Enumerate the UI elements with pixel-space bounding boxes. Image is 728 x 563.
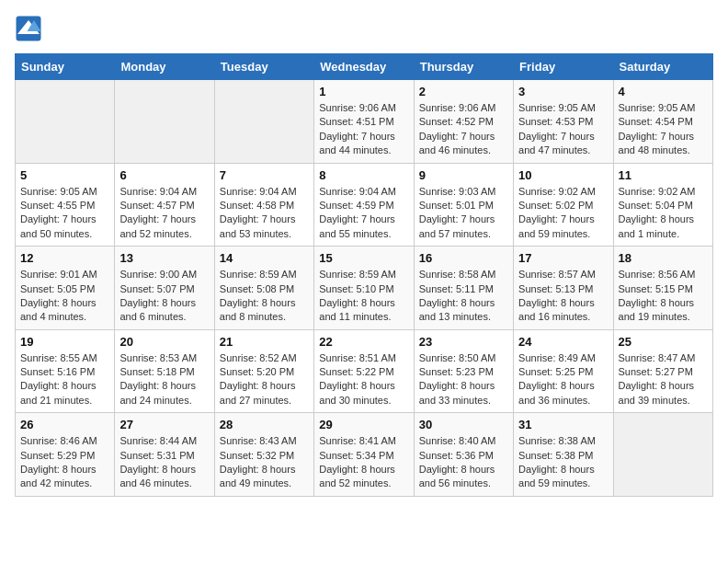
day-info: Sunrise: 8:44 AM Sunset: 5:31 PM Dayligh…: [119, 434, 209, 491]
day-info: Sunrise: 9:04 AM Sunset: 4:58 PM Dayligh…: [220, 185, 309, 242]
day-number: 30: [419, 418, 508, 431]
day-info: Sunrise: 8:40 AM Sunset: 5:36 PM Dayligh…: [419, 434, 508, 491]
calendar-cell: 19Sunrise: 8:55 AM Sunset: 5:16 PM Dayli…: [16, 329, 115, 413]
day-number: 23: [419, 335, 508, 349]
day-info: Sunrise: 9:00 AM Sunset: 5:07 PM Dayligh…: [119, 268, 209, 325]
calendar-header-row: SundayMondayTuesdayWednesdayThursdayFrid…: [16, 54, 713, 80]
day-number: 14: [220, 251, 309, 265]
calendar-cell: 31Sunrise: 8:38 AM Sunset: 5:38 PM Dayli…: [514, 413, 613, 497]
calendar-cell: 17Sunrise: 8:57 AM Sunset: 5:13 PM Dayli…: [514, 247, 613, 330]
day-info: Sunrise: 9:05 AM Sunset: 4:53 PM Dayligh…: [518, 101, 608, 158]
calendar-cell: 25Sunrise: 8:47 AM Sunset: 5:27 PM Dayli…: [613, 329, 712, 413]
day-number: 24: [518, 335, 608, 349]
calendar-cell: 21Sunrise: 8:52 AM Sunset: 5:20 PM Dayli…: [214, 329, 313, 413]
calendar-cell: 23Sunrise: 8:50 AM Sunset: 5:23 PM Dayli…: [414, 329, 513, 413]
day-header-tuesday: Tuesday: [214, 54, 313, 80]
calendar-cell: 30Sunrise: 8:40 AM Sunset: 5:36 PM Dayli…: [414, 413, 513, 497]
calendar-week-row: 1Sunrise: 9:06 AM Sunset: 4:51 PM Daylig…: [16, 80, 713, 164]
day-info: Sunrise: 9:05 AM Sunset: 4:55 PM Dayligh…: [20, 185, 109, 242]
day-number: 20: [119, 335, 209, 349]
day-number: 9: [419, 168, 508, 182]
day-header-wednesday: Wednesday: [314, 54, 414, 80]
calendar-cell: 15Sunrise: 8:59 AM Sunset: 5:10 PM Dayli…: [314, 247, 414, 330]
day-info: Sunrise: 8:49 AM Sunset: 5:25 PM Dayligh…: [518, 351, 608, 408]
calendar-cell: 22Sunrise: 8:51 AM Sunset: 5:22 PM Dayli…: [314, 329, 414, 413]
day-info: Sunrise: 9:04 AM Sunset: 4:59 PM Dayligh…: [319, 185, 408, 242]
day-number: 5: [20, 168, 109, 182]
page-header: [15, 15, 713, 42]
day-info: Sunrise: 8:43 AM Sunset: 5:32 PM Dayligh…: [220, 434, 309, 491]
day-number: 12: [20, 251, 109, 265]
calendar-cell: [613, 413, 712, 497]
day-header-sunday: Sunday: [16, 54, 115, 80]
day-number: 19: [20, 335, 109, 349]
day-header-monday: Monday: [115, 54, 214, 80]
calendar-cell: 3Sunrise: 9:05 AM Sunset: 4:53 PM Daylig…: [514, 80, 613, 164]
logo: [15, 15, 46, 42]
day-info: Sunrise: 8:50 AM Sunset: 5:23 PM Dayligh…: [419, 351, 508, 408]
day-number: 21: [220, 335, 309, 349]
calendar-cell: 6Sunrise: 9:04 AM Sunset: 4:57 PM Daylig…: [115, 163, 214, 247]
calendar-cell: 8Sunrise: 9:04 AM Sunset: 4:59 PM Daylig…: [314, 163, 414, 247]
day-info: Sunrise: 8:58 AM Sunset: 5:11 PM Dayligh…: [419, 268, 508, 325]
day-info: Sunrise: 8:46 AM Sunset: 5:29 PM Dayligh…: [20, 434, 109, 491]
day-number: 3: [518, 85, 608, 98]
day-number: 15: [319, 251, 408, 265]
day-info: Sunrise: 9:02 AM Sunset: 5:04 PM Dayligh…: [619, 185, 708, 242]
day-number: 7: [220, 168, 309, 182]
day-number: 1: [319, 85, 408, 98]
day-info: Sunrise: 8:59 AM Sunset: 5:08 PM Dayligh…: [220, 268, 309, 325]
day-number: 2: [419, 85, 508, 98]
logo-icon: [15, 15, 42, 42]
calendar-week-row: 12Sunrise: 9:01 AM Sunset: 5:05 PM Dayli…: [16, 247, 713, 330]
day-number: 4: [619, 85, 708, 98]
day-number: 18: [619, 251, 708, 265]
day-number: 27: [119, 418, 209, 431]
day-info: Sunrise: 9:05 AM Sunset: 4:54 PM Dayligh…: [619, 101, 708, 158]
day-number: 6: [119, 168, 209, 182]
calendar-cell: 10Sunrise: 9:02 AM Sunset: 5:02 PM Dayli…: [514, 163, 613, 247]
calendar-cell: 5Sunrise: 9:05 AM Sunset: 4:55 PM Daylig…: [16, 163, 115, 247]
day-number: 25: [619, 335, 708, 349]
day-number: 22: [319, 335, 408, 349]
calendar-cell: 28Sunrise: 8:43 AM Sunset: 5:32 PM Dayli…: [214, 413, 313, 497]
day-info: Sunrise: 9:01 AM Sunset: 5:05 PM Dayligh…: [20, 268, 109, 325]
calendar-cell: 20Sunrise: 8:53 AM Sunset: 5:18 PM Dayli…: [115, 329, 214, 413]
calendar-cell: 26Sunrise: 8:46 AM Sunset: 5:29 PM Dayli…: [16, 413, 115, 497]
calendar-table: SundayMondayTuesdayWednesdayThursdayFrid…: [15, 53, 713, 497]
day-header-saturday: Saturday: [613, 54, 712, 80]
calendar-week-row: 26Sunrise: 8:46 AM Sunset: 5:29 PM Dayli…: [16, 413, 713, 497]
calendar-cell: 1Sunrise: 9:06 AM Sunset: 4:51 PM Daylig…: [314, 80, 414, 164]
day-info: Sunrise: 8:38 AM Sunset: 5:38 PM Dayligh…: [518, 434, 608, 491]
day-number: 26: [20, 418, 109, 431]
day-info: Sunrise: 8:59 AM Sunset: 5:10 PM Dayligh…: [319, 268, 408, 325]
calendar-cell: 9Sunrise: 9:03 AM Sunset: 5:01 PM Daylig…: [414, 163, 513, 247]
day-info: Sunrise: 8:51 AM Sunset: 5:22 PM Dayligh…: [319, 351, 408, 408]
day-header-friday: Friday: [514, 54, 613, 80]
day-info: Sunrise: 8:47 AM Sunset: 5:27 PM Dayligh…: [619, 351, 708, 408]
calendar-cell: 7Sunrise: 9:04 AM Sunset: 4:58 PM Daylig…: [214, 163, 313, 247]
day-info: Sunrise: 9:03 AM Sunset: 5:01 PM Dayligh…: [419, 185, 508, 242]
day-info: Sunrise: 9:06 AM Sunset: 4:51 PM Dayligh…: [319, 101, 408, 158]
calendar-cell: [214, 80, 313, 164]
calendar-cell: 29Sunrise: 8:41 AM Sunset: 5:34 PM Dayli…: [314, 413, 414, 497]
day-info: Sunrise: 9:04 AM Sunset: 4:57 PM Dayligh…: [119, 185, 209, 242]
calendar-cell: 16Sunrise: 8:58 AM Sunset: 5:11 PM Dayli…: [414, 247, 513, 330]
day-info: Sunrise: 8:55 AM Sunset: 5:16 PM Dayligh…: [20, 351, 109, 408]
day-info: Sunrise: 8:56 AM Sunset: 5:15 PM Dayligh…: [619, 268, 708, 325]
day-info: Sunrise: 9:06 AM Sunset: 4:52 PM Dayligh…: [419, 101, 508, 158]
calendar-cell: 24Sunrise: 8:49 AM Sunset: 5:25 PM Dayli…: [514, 329, 613, 413]
calendar-cell: 13Sunrise: 9:00 AM Sunset: 5:07 PM Dayli…: [115, 247, 214, 330]
calendar-cell: 4Sunrise: 9:05 AM Sunset: 4:54 PM Daylig…: [613, 80, 712, 164]
calendar-cell: [115, 80, 214, 164]
day-number: 29: [319, 418, 408, 431]
calendar-cell: 12Sunrise: 9:01 AM Sunset: 5:05 PM Dayli…: [16, 247, 115, 330]
calendar-cell: 14Sunrise: 8:59 AM Sunset: 5:08 PM Dayli…: [214, 247, 313, 330]
calendar-cell: 2Sunrise: 9:06 AM Sunset: 4:52 PM Daylig…: [414, 80, 513, 164]
day-info: Sunrise: 9:02 AM Sunset: 5:02 PM Dayligh…: [518, 185, 608, 242]
day-number: 17: [518, 251, 608, 265]
calendar-cell: 27Sunrise: 8:44 AM Sunset: 5:31 PM Dayli…: [115, 413, 214, 497]
day-info: Sunrise: 8:41 AM Sunset: 5:34 PM Dayligh…: [319, 434, 408, 491]
day-number: 16: [419, 251, 508, 265]
calendar-week-row: 19Sunrise: 8:55 AM Sunset: 5:16 PM Dayli…: [16, 329, 713, 413]
